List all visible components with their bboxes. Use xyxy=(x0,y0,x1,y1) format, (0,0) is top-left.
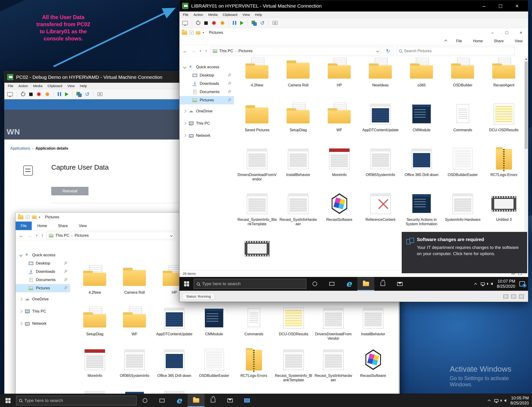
back-icon[interactable]: ← xyxy=(18,233,24,238)
resume-icon[interactable] xyxy=(240,21,244,25)
file-item[interactable]: o365 xyxy=(401,57,442,102)
save-state-icon[interactable] xyxy=(45,92,50,96)
ribbon-tab[interactable]: View xyxy=(73,221,92,230)
file-item[interactable]: DriversDownloadFromVendor xyxy=(313,306,353,347)
file-item[interactable]: NewIdeas xyxy=(360,57,401,102)
chevron-down-icon[interactable]: ▾ xyxy=(39,216,40,219)
file-item[interactable]: RecastSoftware xyxy=(353,347,393,389)
file-item[interactable]: RecastSoftware xyxy=(319,191,360,236)
file-item[interactable]: AppDTContentUpdate xyxy=(360,102,401,147)
ribbon-tab[interactable]: Home xyxy=(467,37,488,45)
turn-off-icon[interactable] xyxy=(204,21,208,25)
sidebar-item[interactable]: Network xyxy=(180,130,234,141)
expand-chevron-icon[interactable] xyxy=(19,310,23,313)
ribbon-tab[interactable]: File xyxy=(450,37,467,45)
mail-icon[interactable] xyxy=(221,394,239,407)
file-explorer-icon[interactable] xyxy=(357,277,374,291)
scrollbar-thumb[interactable] xyxy=(525,62,528,149)
task-view-icon[interactable] xyxy=(323,277,340,291)
checkpoint-icon[interactable] xyxy=(252,21,256,25)
speaker-icon[interactable] xyxy=(490,282,493,285)
file-item[interactable]: RecastAgent xyxy=(483,57,524,102)
sidebar-item[interactable]: Documents xyxy=(180,88,234,96)
file-item[interactable]: Office 365 Drill down xyxy=(401,147,442,191)
file-item[interactable]: Security Actions in System Information xyxy=(401,191,442,236)
enhanced-session-icon[interactable] xyxy=(97,92,102,96)
file-item[interactable]: WF xyxy=(115,306,154,347)
refresh-button[interactable]: ↻ xyxy=(383,47,393,55)
ribbon-tab[interactable]: File xyxy=(16,221,32,230)
file-item[interactable]: Recast_SystemInfo_BlankTemplate xyxy=(274,347,313,389)
speaker-icon[interactable] xyxy=(504,399,506,402)
file-item[interactable]: DriversDownloadFromVendor xyxy=(236,147,278,191)
file-item[interactable]: Office 365 Drill down xyxy=(154,347,194,389)
edge-icon[interactable]: e xyxy=(340,277,357,291)
ribbon-tab[interactable]: Share xyxy=(52,221,73,230)
breadcrumb-applications-link[interactable]: Applications xyxy=(10,146,30,150)
taskbar-clock[interactable]: 10:07 PM 8/25/2020 xyxy=(497,279,515,289)
menu-item[interactable]: View xyxy=(65,84,77,88)
expand-chevron-icon[interactable] xyxy=(183,110,186,113)
file-item[interactable]: InstallBehavior xyxy=(353,306,393,347)
sidebar-item[interactable]: Pictures xyxy=(16,284,70,292)
file-item[interactable]: Untitled 3 xyxy=(483,191,524,236)
sidebar-item[interactable]: OneDrive xyxy=(16,294,70,305)
address-bar[interactable]: ← → ▾ ↑ This PC › Pictures ↻ xyxy=(180,45,528,57)
file-item[interactable]: AppDTContentUpdate xyxy=(154,306,194,347)
store-icon[interactable] xyxy=(374,277,391,291)
sidebar-item[interactable]: Documents xyxy=(16,276,70,284)
file-item[interactable]: OSDBuilderEaster xyxy=(194,347,234,389)
cortana-icon[interactable] xyxy=(306,277,323,291)
ribbon-tab[interactable]: Share xyxy=(488,37,509,45)
sidebar-item[interactable]: OneDrive xyxy=(180,106,234,117)
sidebar-item[interactable]: Quick access xyxy=(16,251,70,259)
shutdown-icon[interactable] xyxy=(37,92,41,96)
menu-item[interactable]: Action xyxy=(16,84,31,88)
reinstall-button[interactable]: Reinstall xyxy=(51,187,88,195)
file-item[interactable]: Recast_SystInfoHardwaer xyxy=(313,347,353,389)
file-item[interactable]: Off365SystemInfo xyxy=(360,147,401,191)
sidebar-item[interactable]: Desktop xyxy=(16,259,70,267)
file-item[interactable]: 4.2New xyxy=(236,57,278,102)
menu-item[interactable]: Media xyxy=(31,84,45,88)
start-button[interactable] xyxy=(0,394,16,407)
file-explorer-icon[interactable] xyxy=(188,394,204,407)
explorer-titlebar[interactable]: ✓ ▾ Pictures – □ × xyxy=(180,28,528,37)
expand-chevron-icon[interactable] xyxy=(183,134,186,137)
file-item[interactable]: WF xyxy=(319,102,360,147)
search-input[interactable] xyxy=(404,49,512,53)
quick-access-checkbox-icon[interactable]: ✓ xyxy=(26,215,30,219)
ctrl-alt-del-icon[interactable] xyxy=(7,92,13,96)
breadcrumb-this-pc[interactable]: This PC xyxy=(219,49,233,53)
address-dropdown-icon[interactable] xyxy=(170,234,172,237)
file-item[interactable]: InstallBehavior xyxy=(278,147,319,191)
expand-chevron-icon[interactable] xyxy=(19,297,23,301)
mail-icon[interactable] xyxy=(391,277,408,291)
file-item[interactable]: RCTLogs-Errors xyxy=(234,347,274,389)
taskbar-search-input[interactable] xyxy=(24,398,133,403)
forward-icon[interactable]: → xyxy=(190,48,197,54)
chevron-down-icon[interactable]: ▾ xyxy=(203,31,204,34)
file-item[interactable]: RCTLogs-Errors xyxy=(483,147,524,191)
sidebar-item[interactable]: Pictures xyxy=(180,96,234,104)
vmconnect-icon[interactable] xyxy=(239,394,256,407)
resume-icon[interactable] xyxy=(65,92,69,96)
ribbon-collapse-icon[interactable] xyxy=(445,39,447,42)
ribbon-tab[interactable]: View xyxy=(509,37,528,45)
sidebar-item[interactable]: Desktop xyxy=(180,71,234,79)
address-box[interactable]: This PC › Pictures xyxy=(210,47,381,55)
save-state-icon[interactable] xyxy=(220,21,225,25)
shutdown-icon[interactable] xyxy=(212,21,216,25)
show-hidden-icons-chevron[interactable] xyxy=(474,283,477,286)
file-item[interactable]: Saved Pictures xyxy=(236,102,278,147)
file-item[interactable]: DCU-OSDResults xyxy=(483,102,524,147)
menu-item[interactable]: Help xyxy=(252,13,265,16)
close-button[interactable]: × xyxy=(514,28,528,37)
enhanced-session-icon[interactable] xyxy=(273,21,278,25)
breadcrumb-pictures[interactable]: Pictures xyxy=(75,233,89,238)
file-item[interactable]: MoreInfo xyxy=(75,347,115,389)
expand-chevron-icon[interactable] xyxy=(19,253,23,257)
history-chevron-icon[interactable]: ▾ xyxy=(199,49,202,53)
file-item[interactable]: ReferenceContent xyxy=(360,191,401,236)
pause-icon[interactable] xyxy=(58,92,61,96)
